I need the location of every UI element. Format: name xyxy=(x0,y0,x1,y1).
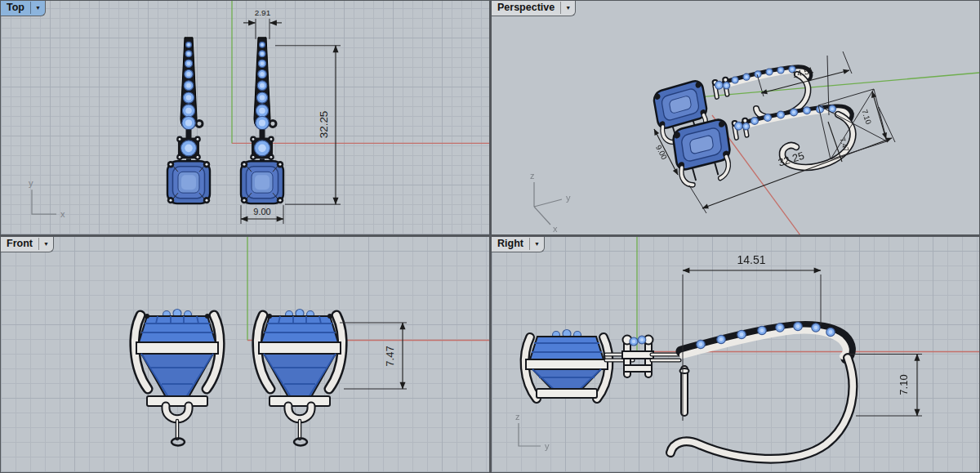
svg-text:y: y xyxy=(545,441,550,451)
axes-right xyxy=(637,237,979,352)
viewport-canvas-right[interactable]: 14.51 7.10 z y xyxy=(492,237,979,472)
axis-icon-perspective: z y x xyxy=(530,171,571,234)
svg-text:9.00: 9.00 xyxy=(253,207,270,216)
svg-text:x: x xyxy=(60,209,65,219)
earring-side-view[interactable] xyxy=(525,322,853,458)
viewport-tab-right[interactable]: Right ▼ xyxy=(492,237,545,252)
svg-text:14.51: 14.51 xyxy=(737,253,765,266)
svg-text:9.00: 9.00 xyxy=(654,144,669,161)
svg-text:7.47: 7.47 xyxy=(384,346,396,366)
viewport-canvas-front[interactable]: 7.47 z x xyxy=(1,237,489,472)
viewport-tab-top[interactable]: Top ▼ xyxy=(1,1,46,16)
viewport-front[interactable]: 7.47 z x Front ▼ xyxy=(1,237,489,472)
chevron-down-icon[interactable]: ▼ xyxy=(30,2,45,14)
hook-wire-side[interactable] xyxy=(670,358,853,459)
viewport-tab-perspective[interactable]: Perspective ▼ xyxy=(492,1,576,16)
cad-window: 2.91 32.25 9.00 y x Top ▼ xyxy=(0,0,980,473)
svg-text:y: y xyxy=(566,193,571,203)
viewport-perspective[interactable]: 32.25 14.51 7.10 7.47 9.00 xyxy=(492,1,979,234)
viewport-canvas-perspective[interactable]: 32.25 14.51 7.10 7.47 9.00 xyxy=(492,1,979,234)
axis-icon-top: y x xyxy=(29,178,65,219)
dimension-hook-drop[interactable]: 7.10 xyxy=(849,355,922,417)
svg-text:32.25: 32.25 xyxy=(318,111,330,139)
viewport-title-perspective: Perspective xyxy=(497,2,555,14)
svg-text:z: z xyxy=(530,171,535,181)
svg-text:7.10: 7.10 xyxy=(898,374,910,395)
chevron-down-icon[interactable]: ▼ xyxy=(529,238,544,250)
chevron-down-icon[interactable]: ▼ xyxy=(38,238,53,250)
svg-text:x: x xyxy=(553,224,558,234)
dimension-gem-height[interactable]: 7.47 xyxy=(340,323,407,389)
viewport-canvas-top[interactable]: 2.91 32.25 9.00 y x xyxy=(1,1,489,234)
chevron-down-icon[interactable]: ▼ xyxy=(560,2,575,14)
viewport-tab-front[interactable]: Front ▼ xyxy=(1,237,54,252)
svg-text:7.10: 7.10 xyxy=(860,108,873,125)
svg-text:y: y xyxy=(29,178,33,188)
viewport-title-top: Top xyxy=(7,2,24,14)
viewport-title-right: Right xyxy=(497,238,523,250)
dimension-total-length[interactable]: 32.25 xyxy=(275,46,341,204)
dimension-stem-width[interactable]: 2.91 xyxy=(243,8,282,39)
svg-text:z: z xyxy=(515,412,520,422)
axis-icon-right: z y xyxy=(515,412,550,451)
viewport-top[interactable]: 2.91 32.25 9.00 y x Top ▼ xyxy=(1,1,489,234)
viewport-right[interactable]: 14.51 7.10 z y Right ▼ xyxy=(492,237,979,472)
viewport-title-front: Front xyxy=(7,238,33,250)
svg-text:2.91: 2.91 xyxy=(255,8,271,17)
dimension-gem-width[interactable]: 9.00 xyxy=(241,205,283,224)
svg-text:7.47: 7.47 xyxy=(838,136,850,153)
